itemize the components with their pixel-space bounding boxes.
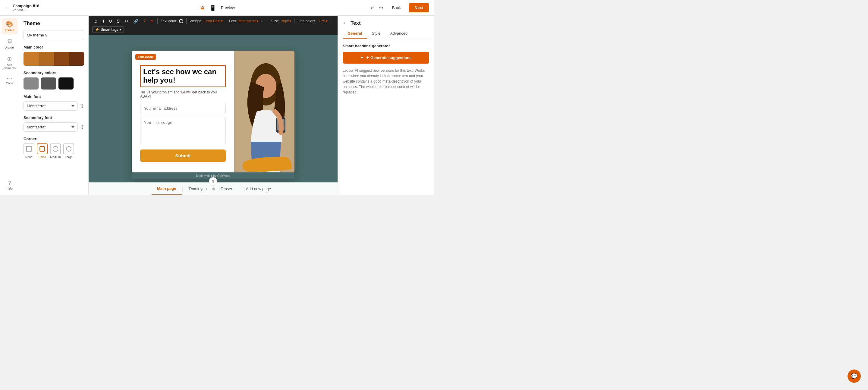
lightning-icon: ⚡	[95, 27, 99, 32]
tab-dot	[212, 187, 215, 190]
sidebar-item-help[interactable]: ? Help	[2, 178, 18, 192]
size-label: Size:	[271, 19, 279, 23]
link-btn[interactable]: 🔗	[132, 18, 140, 24]
size-value: 30px	[281, 19, 289, 23]
size-dropdown[interactable]: 30px ▾	[281, 19, 291, 23]
text-color-swatch[interactable]	[179, 19, 183, 23]
align-btn[interactable]: ≡	[149, 18, 154, 24]
corner-large[interactable]: Large	[63, 144, 74, 159]
corner-medium-box	[50, 144, 61, 154]
desktop-icon[interactable]: 🖥	[199, 4, 205, 11]
secondary-swatch-1[interactable]	[24, 78, 38, 90]
corners-section: Corners None Small	[24, 137, 84, 159]
svg-rect-0	[27, 147, 31, 151]
secondary-swatch-3[interactable]	[59, 78, 73, 90]
line-height-dropdown[interactable]: 1.25 ▾	[318, 19, 327, 23]
sidebar-item-theme[interactable]: 🎨 Theme	[2, 18, 18, 34]
message-textarea[interactable]	[140, 117, 226, 144]
corner-large-label: Large	[65, 155, 73, 159]
icon-sidebar: 🎨 Theme 🖥 Display ⊕ Add elements <> Code…	[0, 16, 19, 195]
font-dropdown[interactable]: Montserrat ▾	[239, 19, 258, 23]
strikethrough-btn[interactable]: S	[115, 18, 121, 24]
size-dropdown-arrow: ▾	[289, 19, 291, 23]
font-value: Montserrat	[239, 19, 255, 23]
secondary-font-select[interactable]: Montserrat	[24, 122, 78, 132]
swatch-4[interactable]	[69, 52, 84, 66]
secondary-font-upload[interactable]: ⇧	[80, 124, 84, 130]
right-panel-header: ← Text	[338, 16, 434, 26]
mobile-icon[interactable]: 📱	[210, 4, 216, 11]
swatch-1[interactable]	[24, 52, 38, 66]
tb-divider-2	[186, 18, 187, 24]
secondary-swatch-2[interactable]	[41, 78, 56, 90]
submit-button[interactable]: Submit	[140, 149, 226, 162]
text-color-label: Text color:	[161, 19, 177, 23]
italic-btn[interactable]: I	[101, 18, 105, 24]
back-nav-arrow[interactable]: ←	[5, 5, 10, 10]
line-height-value: 1.25	[318, 19, 325, 23]
swatch-2[interactable]	[38, 52, 54, 66]
right-panel: ← Text General Style Advanced Smart head…	[338, 16, 434, 195]
tb-divider-5	[294, 18, 294, 24]
tab-advanced[interactable]: Advanced	[385, 29, 412, 38]
main-color-label: Main color	[24, 45, 84, 50]
tab-main-page[interactable]: Main page	[152, 183, 182, 195]
corner-small-label: Small	[38, 155, 46, 159]
theme-nav-wrap: 🎨 Theme	[2, 18, 18, 34]
tab-teaser[interactable]: Teaser	[215, 183, 238, 195]
redo-button[interactable]: ↪	[378, 4, 384, 12]
page-tabs-bar: ⇧ Main page | Thank you Teaser ⊕ Add new…	[89, 182, 338, 195]
popup-form-side: Let's see how we can help you! Tell us y…	[132, 51, 234, 172]
next-button[interactable]: Next	[409, 3, 429, 12]
back-button[interactable]: Back	[388, 4, 405, 12]
top-bar-left: ← Campaign #16 Variant 1	[5, 4, 39, 12]
corners-row: None Small Medium	[24, 144, 84, 159]
svg-rect-2	[53, 147, 58, 151]
tab-style[interactable]: Style	[367, 29, 385, 38]
right-panel-content: Smart headline generator ✦ ✦ Generate su…	[338, 39, 434, 100]
main-font-upload[interactable]: ⇧	[80, 103, 84, 109]
corner-small-box	[37, 144, 48, 154]
theme-icon: 🎨	[6, 21, 13, 28]
popup-wrapper: Edit mode Let's see how we can help you!…	[89, 35, 338, 195]
sidebar-theme-label: Theme	[5, 29, 14, 32]
swatch-3[interactable]	[54, 52, 69, 66]
emoji-btn[interactable]: ☺	[92, 18, 99, 24]
theme-name-input[interactable]	[24, 30, 84, 40]
underline-btn[interactable]: U	[107, 18, 113, 24]
right-panel-back-btn[interactable]: ←	[343, 20, 348, 26]
color-palette[interactable]	[24, 52, 84, 66]
email-input[interactable]	[140, 103, 226, 114]
add-page-btn[interactable]: ⊕ Add new page	[238, 186, 275, 191]
display-icon: 🖥	[7, 38, 13, 45]
corner-none[interactable]: None	[24, 144, 34, 159]
sidebar-item-add[interactable]: ⊕ Add elements	[2, 53, 18, 72]
secondary-font-row: Montserrat ⇧	[24, 122, 84, 132]
weight-dropdown[interactable]: Extra Bold ▾	[204, 19, 222, 23]
corner-medium-label: Medium	[50, 155, 61, 159]
expand-tabs-btn[interactable]: ⇧	[209, 177, 217, 186]
corner-medium[interactable]: Medium	[50, 144, 61, 159]
generate-suggestions-btn[interactable]: ✦ ✦ Generate suggestions	[343, 52, 429, 64]
sidebar-item-display[interactable]: 🖥 Display	[2, 36, 18, 52]
tab-thank-you[interactable]: Thank you	[183, 183, 212, 195]
top-bar-right: ↩ ↪ Back Next	[369, 3, 429, 12]
tab-general[interactable]: General	[343, 29, 367, 38]
tb-divider-4	[268, 18, 268, 24]
popup-headline[interactable]: Let's see how we can help you!	[140, 65, 226, 87]
sidebar-help-label: Help	[6, 187, 13, 190]
smart-tags-btn[interactable]: ⚡ Smart tags ▾	[92, 26, 124, 33]
corner-none-label: None	[25, 155, 33, 159]
sidebar-item-code[interactable]: <> Code	[2, 73, 18, 87]
font-add-btn[interactable]: +	[259, 18, 265, 24]
tt-btn[interactable]: TT	[123, 19, 130, 24]
main-font-select[interactable]: Montserrat	[24, 101, 78, 111]
corners-label: Corners	[24, 137, 84, 141]
secondary-font-section: Secondary font Montserrat ⇧	[24, 115, 84, 132]
add-icon: ⊕	[7, 55, 12, 62]
italic2-btn[interactable]: 𝑇	[142, 18, 147, 24]
corner-large-box	[63, 144, 74, 154]
undo-button[interactable]: ↩	[369, 4, 375, 12]
corner-small[interactable]: Small	[37, 144, 48, 159]
font-label: Font:	[229, 19, 237, 23]
